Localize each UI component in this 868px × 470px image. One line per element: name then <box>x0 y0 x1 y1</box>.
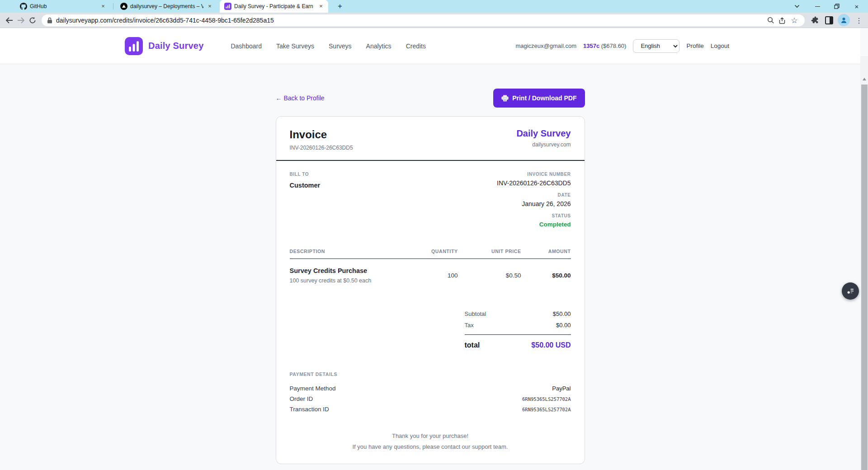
extension-fab-button[interactable] <box>842 282 859 300</box>
site-header: Daily Survey Dashboard Take Surveys Surv… <box>0 28 860 64</box>
user-email: magiczeux@gmail.com <box>515 42 576 49</box>
share-icon[interactable] <box>777 14 788 26</box>
payment-details-section: PAYMENT DETAILS Payment Method PayPal Or… <box>276 362 585 423</box>
tab-title: Daily Survey - Participate & Earn <box>234 3 315 9</box>
brand-name: Daily Survey <box>148 41 203 51</box>
browser-menu-kebab-icon[interactable]: ⋮ <box>853 14 865 27</box>
col-amount: AMOUNT <box>521 249 571 254</box>
table-row: Survey Credits Purchase 100 survey credi… <box>290 259 571 291</box>
vertical-scrollbar[interactable] <box>860 56 868 470</box>
back-button[interactable] <box>3 14 15 27</box>
footer-line2: If you have any questions, please contac… <box>290 443 571 450</box>
nav-dashboard[interactable]: Dashboard <box>231 42 262 50</box>
lock-icon <box>47 17 52 24</box>
reload-button[interactable] <box>26 14 39 27</box>
tab-vercel-deployments[interactable]: dailysurvey – Deployments – Ver × <box>116 0 217 13</box>
page-content: ← Back to Profile Print / Download PDF I… <box>0 64 860 464</box>
daily-survey-logo-icon <box>125 37 143 55</box>
order-id-row: Order ID 6RN95365LS257702A <box>290 394 571 404</box>
zoom-icon[interactable] <box>765 14 777 26</box>
col-unit-price: UNIT PRICE <box>458 249 521 254</box>
tab-separator <box>113 3 113 9</box>
print-download-pdf-button[interactable]: Print / Download PDF <box>493 89 585 108</box>
date-label: DATE <box>497 193 571 197</box>
invoice-info-section: BILL TO Customer INVOICE NUMBER INV-2026… <box>276 161 585 240</box>
logout-link[interactable]: Logout <box>711 42 729 49</box>
footer-line1: Thank you for your purchase! <box>290 432 571 439</box>
back-to-profile-link[interactable]: ← Back to Profile <box>276 94 325 102</box>
invoice-header: Invoice INV-20260126-26C63DD5 Daily Surv… <box>276 117 585 161</box>
side-panel-icon[interactable] <box>823 14 835 27</box>
tab-daily-survey-active[interactable]: Daily Survey - Participate & Earn × <box>220 0 328 13</box>
bookmark-star-icon[interactable]: ☆ <box>788 14 800 26</box>
order-id-value: 6RN95365LS257702A <box>522 396 571 402</box>
browser-toolbar: dailysurveyapp.com/credits/invoice/26c63… <box>0 13 868 28</box>
bill-to-label: BILL TO <box>290 172 321 177</box>
transaction-id-row: Transaction ID 6RN95365LS257702A <box>290 404 571 414</box>
tax-row: Tax $0.00 <box>465 320 571 331</box>
bill-to-block: BILL TO Customer <box>290 172 321 228</box>
company-website: dailysurvey.com <box>516 141 571 148</box>
browser-profile-avatar[interactable] <box>838 14 850 26</box>
tab-strip: GitHub × dailysurvey – Deployments – Ver… <box>0 0 868 13</box>
status-label: STATUS <box>497 213 571 218</box>
window-close-button[interactable]: × <box>849 0 864 13</box>
tab-close-icon[interactable]: × <box>99 3 107 10</box>
daily-survey-favicon <box>224 3 231 10</box>
forward-button[interactable] <box>14 14 27 27</box>
total-value: $50.00 USD <box>531 341 571 349</box>
restore-button[interactable] <box>829 0 844 13</box>
nav-credits[interactable]: Credits <box>406 42 426 50</box>
item-sub-description: 100 survey credits at $0.50 each <box>290 277 399 284</box>
address-bar[interactable]: dailysurveyapp.com/credits/invoice/26c63… <box>42 14 805 26</box>
bill-to-value: Customer <box>290 182 321 189</box>
col-description: DESCRIPTION <box>290 249 399 254</box>
subtotal-row: Subtotal $50.00 <box>465 308 571 320</box>
item-description: Survey Credits Purchase <box>290 267 399 274</box>
printer-icon <box>501 95 509 102</box>
subtotal-label: Subtotal <box>465 310 486 317</box>
profile-link[interactable]: Profile <box>686 42 703 49</box>
tax-label: Tax <box>465 322 474 329</box>
date-value: January 26, 2026 <box>497 200 571 207</box>
scroll-up-arrow[interactable] <box>860 75 868 83</box>
totals-section: Subtotal $50.00 Tax $0.00 total $50.00 U… <box>276 297 585 362</box>
minimize-button[interactable] <box>810 0 825 13</box>
items-table-header: DESCRIPTION QUANTITY UNIT PRICE AMOUNT <box>290 249 571 259</box>
credits-count: 1357c <box>583 42 599 49</box>
page-viewport: Daily Survey Dashboard Take Surveys Surv… <box>0 28 868 470</box>
nav-take-surveys[interactable]: Take Surveys <box>276 42 314 50</box>
scrollbar-thumb[interactable] <box>861 85 868 470</box>
url-text[interactable]: dailysurveyapp.com/credits/invoice/26c63… <box>56 17 765 24</box>
print-button-label: Print / Download PDF <box>512 94 576 102</box>
total-label: total <box>465 341 480 349</box>
browser-window: GitHub × dailysurvey – Deployments – Ver… <box>0 0 868 470</box>
language-select[interactable]: English <box>633 39 679 53</box>
header-right: magiczeux@gmail.com 1357c ($678.60) Engl… <box>515 39 729 53</box>
tab-close-icon[interactable]: × <box>317 3 325 10</box>
invoice-items-section: DESCRIPTION QUANTITY UNIT PRICE AMOUNT S… <box>276 240 585 297</box>
item-amount: $50.00 <box>521 272 571 279</box>
invoice-footer: Thank you for your purchase! If you have… <box>276 423 585 464</box>
tab-close-icon[interactable]: × <box>206 3 213 10</box>
invoice-number-value: INV-20260126-26C63DD5 <box>497 179 571 187</box>
payment-method-label: Payment Method <box>290 385 336 392</box>
total-row: total $50.00 USD <box>465 339 571 351</box>
credits-balance: 1357c ($678.60) <box>583 42 626 49</box>
payment-method-row: Payment Method PayPal <box>290 383 571 394</box>
new-tab-button[interactable]: + <box>335 1 345 12</box>
actions-row: ← Back to Profile Print / Download PDF <box>276 89 585 108</box>
brand[interactable]: Daily Survey <box>125 37 203 55</box>
tab-github[interactable]: GitHub × <box>15 0 110 13</box>
nav-surveys[interactable]: Surveys <box>329 42 352 50</box>
nav-analytics[interactable]: Analytics <box>366 42 392 50</box>
vercel-icon <box>120 3 127 10</box>
tab-title: GitHub <box>30 3 97 9</box>
credits-usd: ($678.60) <box>601 42 627 49</box>
extensions-puzzle-icon[interactable] <box>809 14 821 27</box>
payment-details-title: PAYMENT DETAILS <box>290 371 571 377</box>
invoice-card: Invoice INV-20260126-26C63DD5 Daily Surv… <box>276 116 585 464</box>
invoice-number-label: INVOICE NUMBER <box>497 172 571 177</box>
item-unit-price: $0.50 <box>458 272 521 279</box>
tab-search-chevron-icon[interactable] <box>789 0 805 13</box>
